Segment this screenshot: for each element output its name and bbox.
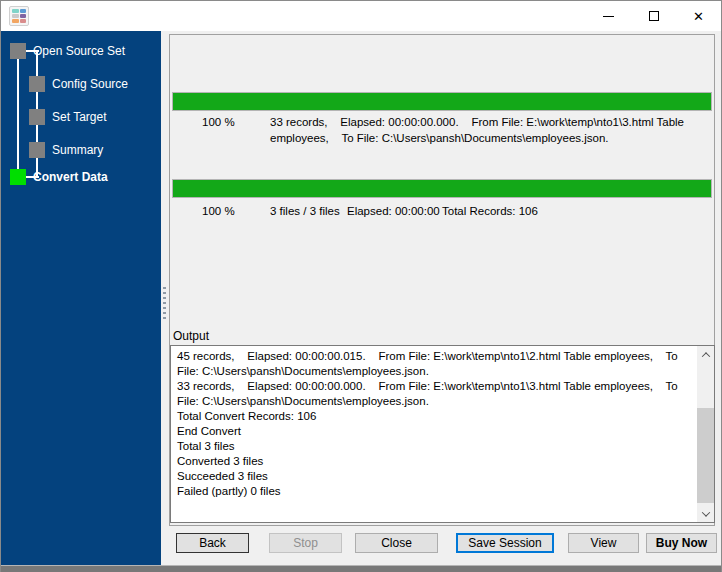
splitter-grip-icon (163, 287, 166, 321)
step-label: Set Target (52, 110, 106, 124)
output-label: Output (173, 329, 209, 343)
sidebar-step-config-source[interactable]: Config Source (29, 76, 128, 92)
save-session-button[interactable]: Save Session (456, 533, 554, 553)
sidebar-step-set-target[interactable]: Set Target (29, 109, 106, 125)
close-dialog-button[interactable]: Close (355, 533, 438, 553)
window-controls: ✕ (586, 1, 721, 31)
buy-now-button[interactable]: Buy Now (646, 533, 717, 553)
total-progressbar (172, 179, 712, 198)
log-entry: 45 records, Elapsed: 00:00:00.015. From … (177, 349, 695, 379)
step-marker-icon (29, 109, 45, 125)
step-label: Summary (52, 143, 103, 157)
log-entry: Total Convert Records: 106 (177, 409, 695, 424)
convert-panel: 100 % 33 records, Elapsed: 00:00:00.000.… (169, 34, 715, 526)
chevron-down-icon (701, 508, 709, 516)
total-progress-records: Total Records: 106 (442, 203, 538, 219)
app-icon (9, 6, 29, 26)
log-entry: Converted 3 files (177, 454, 695, 469)
step-label: Convert Data (33, 170, 108, 184)
title-bar: ✕ (1, 1, 721, 31)
scroll-down-button[interactable] (697, 505, 714, 522)
step-label: Config Source (52, 77, 128, 91)
log-entry: Succeeded 3 files (177, 469, 695, 484)
sidebar-step-convert-data[interactable]: Convert Data (10, 169, 108, 185)
file-progressbar-fill (173, 93, 711, 110)
close-button[interactable]: ✕ (676, 1, 721, 31)
log-entry: 33 records, Elapsed: 00:00:00.000. From … (177, 379, 695, 409)
scrollbar-thumb[interactable] (697, 408, 714, 503)
chevron-up-icon (701, 352, 709, 360)
file-progressbar (172, 92, 712, 111)
wizard-steps-sidebar: Open Source Set Config Source Set Target… (1, 31, 161, 566)
sidebar-splitter[interactable] (161, 31, 169, 566)
close-icon: ✕ (693, 10, 704, 23)
step-marker-icon (10, 169, 26, 185)
maximize-icon (649, 11, 659, 21)
step-label: Open Source Set (33, 44, 125, 58)
maximize-button[interactable] (631, 1, 676, 31)
total-progressbar-fill (173, 180, 711, 197)
output-log-text: 45 records, Elapsed: 00:00:00.015. From … (177, 349, 695, 499)
minimize-icon (603, 16, 614, 17)
stop-button[interactable]: Stop (269, 533, 342, 553)
log-entry: Failed (partly) 0 files (177, 484, 695, 499)
wizard-window: ✕ Open Source Set Config Source Set Targ… (0, 0, 722, 572)
window-bottom-edge (1, 565, 721, 572)
view-button[interactable]: View (568, 533, 639, 553)
log-entry: Total 3 files (177, 439, 695, 454)
back-button[interactable]: Back (176, 533, 249, 553)
step-marker-icon (10, 43, 26, 59)
total-progress-elapsed: Elapsed: 00:00:00 (347, 203, 440, 219)
file-progress-status: 33 records, Elapsed: 00:00:00.000. From … (270, 114, 707, 146)
minimize-button[interactable] (586, 1, 631, 31)
sidebar-step-open-source-set[interactable]: Open Source Set (10, 43, 125, 59)
sidebar-step-summary[interactable]: Summary (29, 142, 103, 158)
file-progress-percent: 100 % (202, 114, 235, 130)
step-marker-icon (29, 76, 45, 92)
log-entry: End Convert (177, 424, 695, 439)
tree-connector (17, 59, 19, 169)
output-scrollbar[interactable] (697, 346, 714, 522)
scroll-up-button[interactable] (697, 346, 714, 363)
output-log-box[interactable]: 45 records, Elapsed: 00:00:00.015. From … (170, 345, 715, 523)
total-progress-files: 3 files / 3 files (270, 203, 340, 219)
step-marker-icon (29, 142, 45, 158)
total-progress-percent: 100 % (202, 203, 235, 219)
